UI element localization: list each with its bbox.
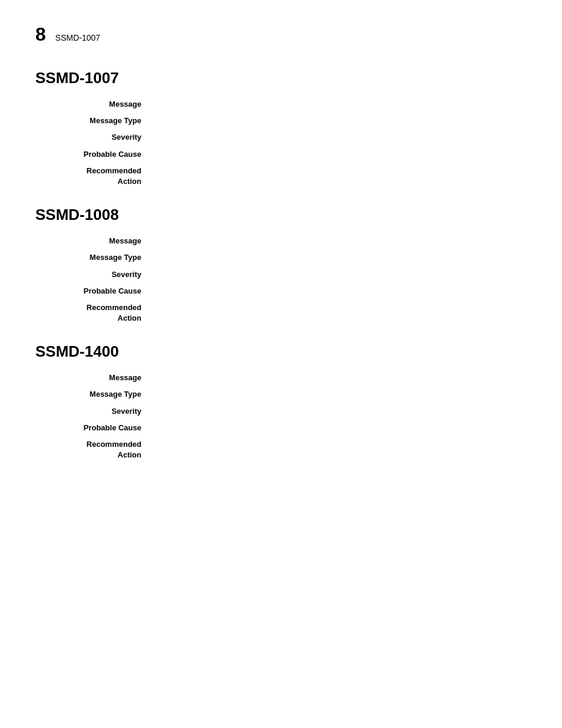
field-value-ssmd-1008-1 xyxy=(153,252,527,263)
field-row-ssmd-1400-3: Probable Cause xyxy=(35,423,527,433)
section-ssmd-1008: SSMD-1008MessageMessage TypeSeverityProb… xyxy=(35,206,527,324)
field-label-ssmd-1007-0: Message xyxy=(59,99,153,110)
field-label-ssmd-1400-2: Severity xyxy=(59,406,153,417)
field-value-ssmd-1400-1 xyxy=(153,389,527,400)
field-row-ssmd-1008-1: Message Type xyxy=(35,252,527,263)
field-row-ssmd-1008-0: Message xyxy=(35,236,527,246)
section-title-ssmd-1008: SSMD-1008 xyxy=(35,206,527,224)
field-row-ssmd-1400-4: RecommendedAction xyxy=(35,439,527,460)
field-label-ssmd-1400-1: Message Type xyxy=(59,389,153,400)
field-label-ssmd-1007-3: Probable Cause xyxy=(59,149,153,160)
field-value-ssmd-1008-0 xyxy=(153,236,527,246)
field-value-ssmd-1007-1 xyxy=(153,116,527,126)
page-number: 8 xyxy=(35,24,46,45)
field-label-ssmd-1008-1: Message Type xyxy=(59,252,153,263)
field-row-ssmd-1007-2: Severity xyxy=(35,132,527,143)
section-title-ssmd-1007: SSMD-1007 xyxy=(35,69,527,87)
field-row-ssmd-1400-2: Severity xyxy=(35,406,527,417)
field-row-ssmd-1007-0: Message xyxy=(35,99,527,110)
field-row-ssmd-1007-1: Message Type xyxy=(35,116,527,126)
field-label-ssmd-1007-1: Message Type xyxy=(59,116,153,126)
field-value-ssmd-1400-0 xyxy=(153,373,527,383)
field-row-ssmd-1008-4: RecommendedAction xyxy=(35,302,527,324)
field-label-ssmd-1400-4: RecommendedAction xyxy=(59,439,153,460)
field-value-ssmd-1008-4 xyxy=(153,302,527,324)
field-value-ssmd-1008-2 xyxy=(153,269,527,280)
field-value-ssmd-1400-4 xyxy=(153,439,527,460)
field-row-ssmd-1008-2: Severity xyxy=(35,269,527,280)
page-doc-id: SSMD-1007 xyxy=(55,33,100,42)
field-value-ssmd-1400-3 xyxy=(153,423,527,433)
page-header: 8 SSMD-1007 xyxy=(35,24,527,45)
field-row-ssmd-1007-4: RecommendedAction xyxy=(35,166,527,187)
field-label-ssmd-1008-3: Probable Cause xyxy=(59,286,153,297)
field-label-ssmd-1400-0: Message xyxy=(59,373,153,383)
field-row-ssmd-1400-0: Message xyxy=(35,373,527,383)
field-row-ssmd-1007-3: Probable Cause xyxy=(35,149,527,160)
section-ssmd-1400: SSMD-1400MessageMessage TypeSeverityProb… xyxy=(35,342,527,460)
section-title-ssmd-1400: SSMD-1400 xyxy=(35,342,527,361)
field-value-ssmd-1008-3 xyxy=(153,286,527,297)
field-label-ssmd-1008-4: RecommendedAction xyxy=(59,302,153,324)
field-row-ssmd-1400-1: Message Type xyxy=(35,389,527,400)
field-label-ssmd-1008-2: Severity xyxy=(59,269,153,280)
field-value-ssmd-1007-3 xyxy=(153,149,527,160)
field-value-ssmd-1400-2 xyxy=(153,406,527,417)
field-row-ssmd-1008-3: Probable Cause xyxy=(35,286,527,297)
field-value-ssmd-1007-0 xyxy=(153,99,527,110)
field-label-ssmd-1007-4: RecommendedAction xyxy=(59,166,153,187)
section-ssmd-1007: SSMD-1007MessageMessage TypeSeverityProb… xyxy=(35,69,527,187)
field-label-ssmd-1007-2: Severity xyxy=(59,132,153,143)
field-value-ssmd-1007-2 xyxy=(153,132,527,143)
field-value-ssmd-1007-4 xyxy=(153,166,527,187)
field-label-ssmd-1400-3: Probable Cause xyxy=(59,423,153,433)
field-label-ssmd-1008-0: Message xyxy=(59,236,153,246)
